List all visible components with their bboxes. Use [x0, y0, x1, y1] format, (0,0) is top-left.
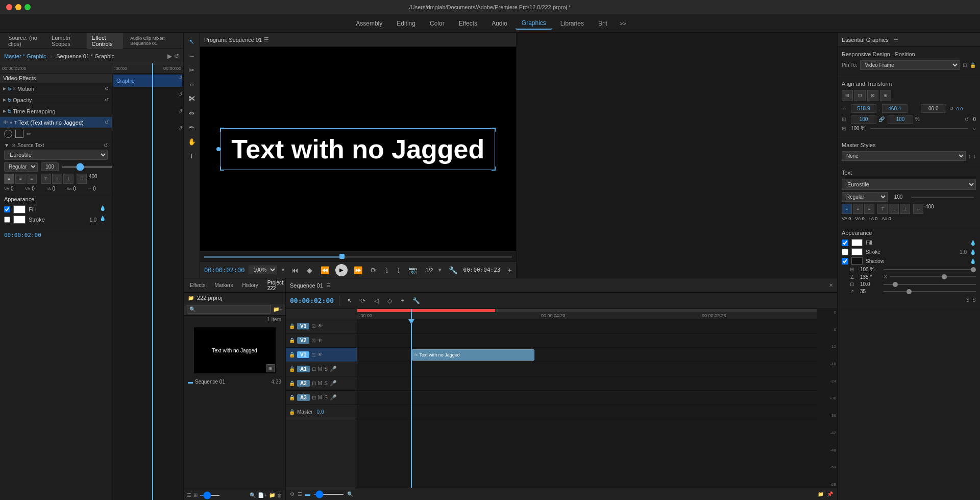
shadow-opacity-knob[interactable] — [971, 267, 976, 272]
rect-tool[interactable] — [15, 130, 23, 138]
btn-overwrite[interactable]: ⤵ — [395, 265, 402, 275]
seq-tool-add[interactable]: + — [398, 296, 408, 306]
tab-effects[interactable]: Effects — [186, 281, 209, 290]
eg-shadow-swatch[interactable] — [851, 257, 863, 265]
thumb-size-slider[interactable] — [200, 495, 220, 496]
track-btn-a3[interactable]: ⊡ — [312, 395, 316, 400]
font-size-input[interactable] — [41, 162, 59, 171]
fill-checkbox[interactable] — [4, 206, 10, 212]
btn-rewind[interactable]: ⏮ — [289, 265, 301, 275]
eg-pin-dropdown[interactable]: Video Frame — [860, 60, 960, 70]
seq-tool-ripple[interactable]: ⟳ — [358, 296, 368, 306]
btn-wrench[interactable]: 🔧 — [447, 265, 459, 275]
track-row-v1[interactable]: fx Text with no Jagged — [357, 348, 817, 362]
eg-scale-w[interactable] — [851, 115, 876, 124]
eg-font-size-slider[interactable] — [911, 197, 974, 198]
seq-btn-pin[interactable]: 📌 — [827, 491, 833, 497]
eg-align-mid[interactable]: ⊥ — [889, 204, 899, 214]
stroke-checkbox[interactable] — [4, 217, 10, 223]
reset-btn-3[interactable]: ↺ — [178, 108, 182, 114]
eye-text[interactable]: 👁 — [3, 120, 8, 125]
track-eye-v3[interactable]: 👁 — [317, 323, 323, 329]
track-mic-a1[interactable]: 🎤 — [330, 366, 337, 372]
hand-tool[interactable]: ✋ — [185, 135, 199, 148]
seq-btn-timeline[interactable]: ▬ — [305, 491, 310, 497]
lock-v3[interactable]: 🔒 — [289, 323, 295, 329]
eg-y-input[interactable] — [882, 104, 908, 113]
seq-zoom-slider[interactable] — [313, 494, 344, 495]
eg-fill-eyedrop[interactable]: 💧 — [970, 240, 976, 246]
fill-eyedropper[interactable]: 💧 — [100, 205, 108, 213]
seq-close-btn[interactable]: ✕ — [829, 282, 833, 288]
seq-btn-search[interactable]: 🔍 — [347, 491, 353, 497]
monitor-playhead-marker[interactable] — [339, 254, 345, 259]
eg-font-dropdown[interactable]: Eurostile — [842, 179, 976, 190]
play-button[interactable]: ▶ — [335, 264, 348, 276]
align-top-btn[interactable]: ⊤ — [41, 174, 51, 184]
reset-opacity[interactable]: ↺ — [105, 97, 109, 103]
tab-history[interactable]: History — [238, 281, 262, 290]
align-grid-btn-1[interactable]: ⊞ — [842, 90, 853, 101]
text-tool[interactable]: T — [185, 149, 199, 162]
folder-btn[interactable]: 📁 — [269, 492, 275, 498]
nav-assembly[interactable]: Assembly — [350, 18, 388, 29]
btn-export-frame[interactable]: 📷 — [406, 265, 419, 275]
eg-align-right[interactable]: ≡ — [864, 204, 874, 214]
search-input[interactable] — [187, 305, 271, 314]
shadow-angle-slider[interactable] — [890, 276, 976, 277]
eg-fill-check[interactable] — [842, 240, 848, 246]
track-eye-v2[interactable]: 👁 — [317, 338, 323, 343]
new-bin-btn[interactable]: 📁+ — [273, 306, 282, 312]
track-btn-a2[interactable]: ⊡ — [312, 380, 316, 386]
pen-tool[interactable]: ✒ — [185, 121, 199, 134]
icon-view-btn[interactable]: ⊞ — [193, 492, 198, 498]
btn-add-marker[interactable]: ◆ — [305, 265, 314, 275]
eg-scale-h[interactable] — [888, 115, 913, 124]
eg-stroke-swatch[interactable] — [851, 248, 863, 255]
fx-row-opacity[interactable]: ▶ fx Opacity ↺ — [0, 94, 112, 106]
lock-a2[interactable]: 🔒 — [289, 380, 295, 386]
seq-btn-settings[interactable]: ⚙ — [290, 491, 295, 497]
track-select-tool[interactable]: → — [185, 49, 199, 62]
sequence-graphic-label[interactable]: Sequence 01 * Graphic — [56, 53, 114, 59]
track-eye-v1[interactable]: 👁 — [317, 352, 323, 358]
ms-pull-btn[interactable]: ↓ — [973, 153, 976, 160]
btn-frame-back[interactable]: ⏪ — [318, 265, 331, 275]
play-from-start-btn[interactable]: ▶ — [167, 53, 172, 60]
fx-row-text[interactable]: 👁 ● T Text (Text with no Jagged) ↺ — [0, 117, 112, 128]
enable-text[interactable]: ● — [10, 120, 12, 125]
trash-btn[interactable]: 🗑 — [277, 492, 282, 498]
monitor-menu-icon[interactable]: ☰ — [264, 36, 269, 43]
font-size-slider[interactable] — [62, 166, 112, 168]
align-left-btn[interactable]: ≡ — [4, 174, 14, 184]
stroke-swatch[interactable] — [13, 216, 26, 224]
btn-frame-fwd[interactable]: ⏩ — [352, 265, 364, 275]
opacity-slider-track[interactable] — [870, 128, 968, 129]
eg-fill-swatch[interactable] — [851, 239, 863, 246]
reset-btn-4[interactable]: ↺ — [178, 125, 182, 131]
ms-push-btn[interactable]: ↑ — [968, 153, 971, 160]
track-btn-v1[interactable]: ⊡ — [311, 352, 315, 358]
lock-master[interactable]: 🔒 — [289, 409, 295, 415]
master-graphic-dropdown[interactable]: Master * Graphic — [4, 53, 46, 59]
seq-btn-list[interactable]: ☰ — [298, 491, 302, 497]
shadow-blur-slider[interactable] — [884, 284, 976, 285]
track-row-master[interactable] — [357, 405, 817, 419]
ratio-dropdown[interactable]: ▼ — [437, 267, 443, 273]
lock-v1[interactable]: 🔒 — [289, 352, 295, 358]
track-btn-v2[interactable]: ⊡ — [311, 338, 315, 343]
eg-shadow-check[interactable] — [842, 258, 848, 265]
lock-v2[interactable]: 🔒 — [289, 338, 295, 343]
track-mic-a3[interactable]: 🎤 — [330, 394, 337, 401]
zoom-dropdown-icon[interactable]: ▼ — [280, 267, 285, 273]
maximize-button[interactable] — [24, 4, 31, 10]
stroke-eyedropper[interactable]: 💧 — [100, 216, 108, 224]
track-row-v2[interactable] — [357, 334, 817, 348]
track-row-v3[interactable] — [357, 319, 817, 334]
tab-effect-controls[interactable]: Effect Controls — [87, 33, 123, 49]
close-button[interactable] — [6, 4, 12, 10]
track-row-a3[interactable] — [357, 391, 817, 405]
eg-shadow-eyedrop[interactable]: 💧 — [970, 258, 976, 264]
clip-text-no-jagged[interactable]: fx Text with no Jagged — [412, 349, 534, 361]
seq-tool-settings[interactable]: 🔧 — [411, 296, 421, 306]
